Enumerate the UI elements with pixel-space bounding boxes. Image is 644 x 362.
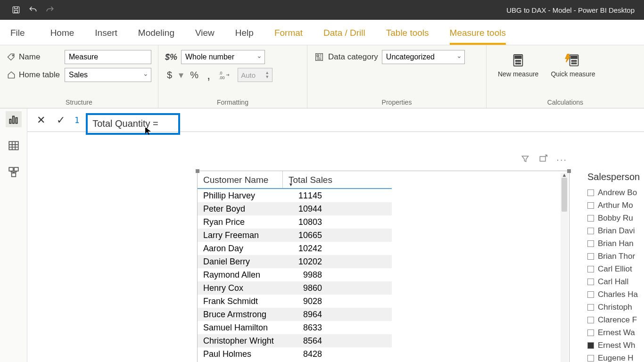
cell-value: 9028: [282, 296, 328, 306]
report-canvas[interactable]: ··· Customer Name Total Sales ▼ Phillip …: [27, 132, 644, 362]
table-row[interactable]: Peter Boyd10944: [198, 202, 392, 215]
redo-icon[interactable]: [45, 5, 55, 15]
slicer-item-label: Brian Han: [598, 239, 634, 248]
datacategory-select[interactable]: [382, 50, 465, 64]
report-view-button[interactable]: [6, 111, 22, 127]
table-row[interactable]: Christopher Wright8564: [198, 334, 392, 347]
cell-value: 10242: [282, 244, 328, 254]
cell-name: Raymond Allen: [198, 270, 282, 280]
tab-table-tools[interactable]: Table tools: [376, 28, 439, 45]
checkbox-icon: [587, 317, 594, 323]
measure-name-input[interactable]: [65, 50, 151, 64]
table-row[interactable]: Bruce Armstrong8964: [198, 308, 392, 321]
column-header-value[interactable]: Total Sales ▼: [282, 171, 392, 188]
table-row[interactable]: Daniel Berry10202: [198, 255, 392, 268]
slicer-item[interactable]: Arthur Mo: [587, 199, 644, 212]
format-select[interactable]: [181, 50, 265, 64]
tab-format[interactable]: Format: [264, 28, 313, 45]
svg-point-2: [12, 55, 14, 56]
svg-rect-29: [11, 173, 16, 177]
table-row[interactable]: Phillip Harvey11145: [198, 189, 392, 202]
currency-button[interactable]: $: [165, 69, 174, 82]
table-row[interactable]: Henry Cox9860: [198, 281, 392, 295]
table-row[interactable]: Ryan Price10803: [198, 215, 392, 229]
table-row[interactable]: Paul Holmes8428: [198, 347, 392, 361]
cell-value: 10803: [282, 217, 328, 227]
visual-scrollbar[interactable]: ▲ ▼: [561, 173, 568, 362]
table-row[interactable]: Aaron Day10242: [198, 242, 392, 255]
window-title: UBG to DAX - Model - Power BI Desktop: [443, 6, 635, 14]
table-row[interactable]: Raymond Allen9988: [198, 268, 392, 281]
titlebar: UBG to DAX - Model - Power BI Desktop: [0, 0, 644, 20]
cell-value: 8564: [282, 336, 328, 346]
svg-point-11: [520, 60, 521, 62]
tab-measure-tools[interactable]: Measure tools: [439, 28, 516, 45]
slicer-item[interactable]: Bobby Ru: [587, 212, 644, 224]
slicer-item-label: Bobby Ru: [598, 214, 633, 223]
more-options-icon[interactable]: ···: [556, 154, 567, 165]
svg-text:.0: .0: [219, 71, 223, 75]
slicer-item[interactable]: Ernest Wa: [587, 326, 644, 339]
tab-help[interactable]: Help: [225, 28, 264, 45]
table-row[interactable]: Larry Freeman10665: [198, 229, 392, 242]
svg-text:.00: .00: [219, 75, 225, 80]
checkbox-icon: [587, 355, 594, 362]
tab-home[interactable]: Home: [40, 28, 85, 45]
checkbox-icon: [587, 291, 594, 298]
formula-commit-button[interactable]: ✓: [54, 114, 68, 126]
cell-name: Bruce Armstrong: [198, 310, 282, 320]
ribbon-panel: Name Home table Structure $% $ ▾: [0, 45, 644, 108]
slicer-item[interactable]: Brian Davi: [587, 224, 644, 237]
cell-name: Aaron Day: [198, 244, 282, 254]
checkbox-icon: [587, 266, 594, 272]
column-header-name[interactable]: Customer Name: [198, 171, 282, 188]
slicer-item[interactable]: Brian Thor: [587, 250, 644, 263]
table-visual[interactable]: ··· Customer Name Total Sales ▼ Phillip …: [197, 171, 570, 362]
table-row[interactable]: Samuel Hamilton8633: [198, 321, 392, 334]
percent-button[interactable]: %: [188, 69, 200, 82]
slicer-item[interactable]: Ernest Wh: [587, 339, 644, 352]
slicer-item[interactable]: Andrew Bo: [587, 186, 644, 199]
slicer-item[interactable]: Eugene H: [587, 352, 644, 362]
hometable-select[interactable]: [65, 68, 151, 82]
slicer-title: Salesperson: [587, 170, 644, 186]
new-measure-button[interactable]: New measure: [493, 50, 543, 80]
tab-data-drill[interactable]: Data / Drill: [313, 28, 376, 45]
checkbox-icon: [587, 240, 594, 247]
svg-rect-24: [12, 116, 14, 123]
slicer-item-label: Andrew Bo: [598, 188, 637, 197]
tab-view[interactable]: View: [185, 28, 225, 45]
tab-file[interactable]: File: [0, 28, 40, 45]
group-properties: Properties: [314, 97, 479, 106]
undo-icon[interactable]: [28, 5, 38, 15]
svg-point-21: [574, 63, 575, 64]
slicer-item[interactable]: Carl Hall: [587, 275, 644, 288]
checkbox-icon: [587, 253, 594, 260]
model-view-button[interactable]: [6, 164, 22, 180]
view-switcher: [0, 108, 27, 362]
data-view-button[interactable]: [6, 138, 22, 154]
focus-mode-icon[interactable]: [538, 154, 548, 165]
cell-name: Frank Schmidt: [198, 296, 282, 306]
checkbox-icon: [587, 189, 594, 196]
slicer-item[interactable]: Clarence F: [587, 313, 644, 326]
slicer-item[interactable]: Charles Ha: [587, 288, 644, 301]
formula-cancel-button[interactable]: ✕: [34, 114, 48, 126]
slicer-item[interactable]: Christoph: [587, 301, 644, 313]
filter-icon[interactable]: [520, 154, 530, 165]
decimals-button[interactable]: .0.00: [217, 69, 233, 81]
tab-insert[interactable]: Insert: [84, 28, 128, 45]
sort-desc-icon: ▼: [289, 182, 293, 187]
table-row[interactable]: Frank Schmidt9028: [198, 295, 392, 308]
tab-modeling[interactable]: Modeling: [128, 28, 185, 45]
cell-value: 10944: [282, 204, 328, 214]
thousands-button[interactable]: ,: [205, 74, 212, 76]
checkbox-icon: [587, 215, 594, 222]
slicer-item[interactable]: Carl Elliot: [587, 263, 644, 275]
slicer-item[interactable]: Brian Han: [587, 237, 644, 250]
quick-measure-button[interactable]: Quick measure: [546, 50, 600, 80]
category-icon: [314, 52, 324, 62]
decimal-places-input[interactable]: Auto ▲▼: [238, 68, 272, 82]
save-icon[interactable]: [11, 5, 21, 15]
formula-input[interactable]: Total Quantity =: [86, 113, 180, 135]
